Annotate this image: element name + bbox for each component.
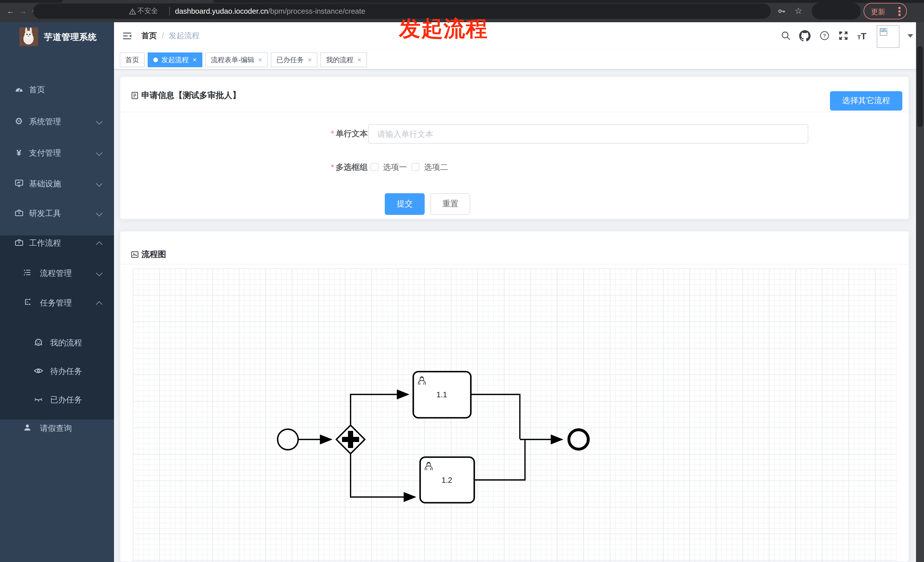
- flow-task1-out: [471, 394, 520, 439]
- submit-button[interactable]: 提交: [385, 193, 424, 215]
- breadcrumb-home[interactable]: 首页: [141, 31, 157, 40]
- close-icon[interactable]: ×: [258, 57, 262, 63]
- app-logo[interactable]: [20, 27, 38, 46]
- sidebar-item-workflow[interactable]: 工作流程: [0, 229, 114, 257]
- back-icon[interactable]: ←: [7, 7, 14, 15]
- close-icon[interactable]: ×: [357, 57, 362, 63]
- tags-view-tabs: 首页 发起流程× 流程表单-编辑× 已办任务× 我的流程×: [120, 52, 367, 67]
- flow-gateway-to-task1: [351, 394, 408, 425]
- sidebar-item-done-tasks[interactable]: 已办任务: [0, 385, 114, 414]
- end-event[interactable]: [569, 430, 588, 449]
- tab-my-process[interactable]: 我的流程×: [320, 52, 367, 67]
- reset-button[interactable]: 重置: [430, 193, 470, 215]
- card-divider: [120, 112, 909, 112]
- update-label[interactable]: 更新: [871, 7, 885, 17]
- url-divider: [169, 7, 170, 15]
- sidebar-item-payment[interactable]: ¥ 支付管理: [0, 138, 114, 167]
- browser-menu-icon[interactable]: [898, 7, 900, 17]
- close-icon[interactable]: ×: [308, 57, 312, 63]
- tab-home[interactable]: 首页: [120, 52, 145, 67]
- checkbox-option-1[interactable]: [370, 163, 378, 171]
- eye-icon: [33, 366, 44, 376]
- page-header: [114, 22, 916, 50]
- active-dot: [153, 58, 158, 62]
- sidebar-collapse-icon[interactable]: [122, 31, 132, 41]
- document-icon: [130, 91, 139, 100]
- browser-active-tab[interactable]: [62, 0, 214, 3]
- browser-tabstrip: [0, 0, 924, 3]
- bpmn-diagram: 1.1 1.2: [133, 268, 897, 561]
- incognito-badge: 无痕模式: [812, 3, 861, 19]
- chevron-down-icon: [96, 210, 103, 217]
- single-line-text-input[interactable]: [368, 124, 808, 144]
- chevron-down-icon: [96, 270, 103, 276]
- help-icon[interactable]: ?: [819, 30, 831, 42]
- update-chip[interactable]: 更新: [864, 3, 907, 19]
- avatar-dropdown-caret[interactable]: [908, 34, 913, 37]
- robot-face-icon: [33, 337, 44, 348]
- url-host: dashboard.yudao.iocoder.cn: [175, 7, 268, 15]
- tab-form-edit[interactable]: 流程表单-编辑×: [205, 52, 268, 67]
- app-title[interactable]: 芋道管理系统: [44, 32, 97, 43]
- bpmn-canvas[interactable]: 1.1 1.2: [133, 268, 897, 561]
- tree-icon: [22, 298, 33, 308]
- sidebar-item-todo-tasks[interactable]: 待办任务: [0, 357, 114, 385]
- text-field-label: *单行文本: [323, 129, 368, 139]
- url-path: /bpm/process-instance/create: [268, 7, 365, 15]
- sidebar-item-leave-query[interactable]: 请假查询: [0, 414, 114, 442]
- sidebar-item-task-mgmt[interactable]: 任务管理: [0, 288, 114, 317]
- flow-gateway-to-task2: [351, 454, 415, 497]
- flow-task2-out: [474, 440, 525, 480]
- chevron-down-icon: [96, 118, 103, 125]
- svg-text:?: ?: [823, 33, 826, 39]
- sidebar-item-devtools[interactable]: 研发工具: [0, 199, 114, 228]
- checkbox-option-2-label[interactable]: 选项二: [424, 162, 448, 173]
- dashboard-icon: [14, 84, 24, 94]
- chevron-up-icon: [96, 301, 103, 308]
- apply-info-card: 申请信息【测试多审批人】 选择其它流程 *单行文本 *多选框组 选项一 选项二 …: [120, 76, 909, 219]
- sidebar-item-home[interactable]: 首页: [0, 75, 114, 104]
- image-icon: [130, 250, 139, 259]
- annotation-text: 发起流程: [399, 14, 488, 43]
- sidebar: 芋道管理系统 首页 ⚙ 系统管理 ¥ 支付管理 基础设施 研发工具 工作流程: [0, 22, 114, 562]
- bookmark-star-icon[interactable]: ☆: [795, 6, 802, 15]
- tab-done-tasks[interactable]: 已办任务×: [271, 52, 318, 67]
- sidebar-item-infra[interactable]: 基础设施: [0, 169, 114, 198]
- list-icon: [22, 268, 33, 278]
- start-event[interactable]: [278, 429, 298, 450]
- card-divider: [120, 264, 909, 264]
- sidebar-item-system[interactable]: ⚙ 系统管理: [0, 107, 114, 136]
- monitor-icon: [14, 178, 24, 189]
- sidebar-item-process-mgmt[interactable]: 流程管理: [0, 259, 114, 287]
- breadcrumb-separator: /: [162, 31, 164, 40]
- choose-other-process-button[interactable]: 选择其它流程: [830, 91, 902, 111]
- sidebar-item-my-process[interactable]: 我的流程: [0, 328, 114, 357]
- flow-diagram-title: 流程图: [130, 249, 166, 260]
- apply-info-title: 申请信息【测试多审批人】: [130, 90, 240, 101]
- avatar[interactable]: [877, 25, 900, 48]
- task-1-label: 1.1: [436, 390, 447, 399]
- font-size-icon[interactable]: TT: [857, 31, 866, 42]
- fullscreen-icon[interactable]: [838, 30, 849, 42]
- checkbox-option-2[interactable]: [411, 163, 420, 171]
- not-secure-warning-icon: [129, 7, 136, 18]
- url-text[interactable]: dashboard.yudao.iocoder.cn/bpm/process-i…: [175, 7, 365, 15]
- gateway-plus-icon: [348, 431, 353, 448]
- key-icon[interactable]: [777, 7, 786, 18]
- close-icon[interactable]: ×: [193, 57, 196, 63]
- yuan-icon: ¥: [14, 148, 24, 158]
- forward-icon[interactable]: →: [20, 7, 27, 15]
- page-scrollbar-thumb[interactable]: [917, 46, 923, 127]
- chevron-down-icon: [96, 180, 103, 187]
- not-secure-label[interactable]: 不安全: [137, 7, 158, 15]
- page-scrollbar[interactable]: [916, 22, 924, 562]
- chevron-up-icon: [96, 241, 103, 248]
- breadcrumb-current: 发起流程: [169, 31, 200, 40]
- search-icon[interactable]: [780, 30, 792, 42]
- checkbox-option-1-label[interactable]: 选项一: [383, 162, 407, 173]
- github-icon[interactable]: [799, 30, 811, 42]
- briefcase-icon: [14, 238, 24, 248]
- tab-start-process[interactable]: 发起流程×: [148, 52, 202, 67]
- person-icon: [22, 423, 33, 433]
- checkbox-group-label: *多选框组: [323, 162, 368, 173]
